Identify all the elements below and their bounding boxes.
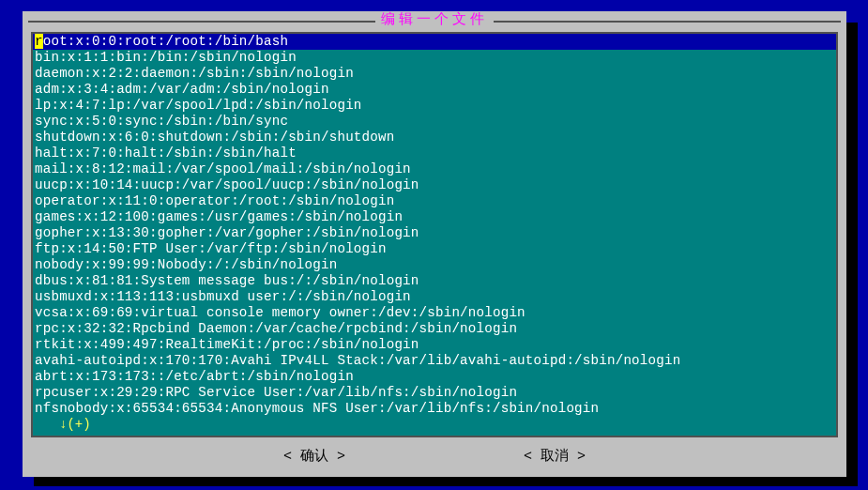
- file-line[interactable]: shutdown:x:6:0:shutdown:/sbin:/sbin/shut…: [33, 130, 836, 145]
- file-line[interactable]: vcsa:x:69:69:virtual console memory owne…: [33, 305, 836, 321]
- ok-button[interactable]: < 确认 >: [283, 447, 345, 465]
- button-row: < 确认 > < 取消 >: [23, 439, 846, 465]
- dialog-window: 编辑一个文件 root:x:0:0:root:/root:/bin/bashbi…: [23, 11, 846, 477]
- file-line[interactable]: root:x:0:0:root:/root:/bin/bash: [33, 34, 836, 50]
- file-line[interactable]: sync:x:5:0:sync:/sbin:/bin/sync: [33, 114, 836, 130]
- title-bar: 编辑一个文件: [23, 11, 846, 30]
- file-line[interactable]: bin:x:1:1:bin:/bin:/sbin/nologin: [33, 50, 836, 66]
- file-line[interactable]: avahi-autoipd:x:170:170:Avahi IPv4LL Sta…: [33, 353, 836, 369]
- cancel-button[interactable]: < 取消 >: [524, 447, 586, 465]
- scroll-indicator: ↓(+): [33, 417, 836, 433]
- file-line[interactable]: halt:x:7:0:halt:/sbin:/sbin/halt: [33, 145, 836, 161]
- file-line[interactable]: games:x:12:100:games:/usr/games:/sbin/no…: [33, 209, 836, 225]
- file-line[interactable]: uucp:x:10:14:uucp:/var/spool/uucp:/sbin/…: [33, 177, 836, 193]
- file-line[interactable]: abrt:x:173:173::/etc/abrt:/sbin/nologin: [33, 369, 836, 385]
- editor-area[interactable]: root:x:0:0:root:/root:/bin/bashbin:x:1:1…: [31, 32, 838, 437]
- file-line[interactable]: lp:x:4:7:lp:/var/spool/lpd:/sbin/nologin: [33, 98, 836, 114]
- file-line[interactable]: rpcuser:x:29:29:RPC Service User:/var/li…: [33, 385, 836, 401]
- file-line[interactable]: ftp:x:14:50:FTP User:/var/ftp:/sbin/nolo…: [33, 241, 836, 257]
- file-line[interactable]: dbus:x:81:81:System message bus:/:/sbin/…: [33, 273, 836, 289]
- file-line[interactable]: usbmuxd:x:113:113:usbmuxd user:/:/sbin/n…: [33, 289, 836, 305]
- window-title: 编辑一个文件: [375, 12, 494, 28]
- file-line[interactable]: rpc:x:32:32:Rpcbind Daemon:/var/cache/rp…: [33, 321, 836, 337]
- file-line[interactable]: rtkit:x:499:497:RealtimeKit:/proc:/sbin/…: [33, 337, 836, 353]
- file-line[interactable]: nfsnobody:x:65534:65534:Anonymous NFS Us…: [33, 401, 836, 417]
- file-line[interactable]: gopher:x:13:30:gopher:/var/gopher:/sbin/…: [33, 225, 836, 241]
- file-line[interactable]: daemon:x:2:2:daemon:/sbin:/sbin/nologin: [33, 66, 836, 82]
- file-line[interactable]: adm:x:3:4:adm:/var/adm:/sbin/nologin: [33, 82, 836, 98]
- file-line[interactable]: nobody:x:99:99:Nobody:/:/sbin/nologin: [33, 257, 836, 273]
- file-line[interactable]: mail:x:8:12:mail:/var/spool/mail:/sbin/n…: [33, 161, 836, 177]
- cursor: r: [35, 34, 43, 49]
- file-line[interactable]: operator:x:11:0:operator:/root:/sbin/nol…: [33, 193, 836, 209]
